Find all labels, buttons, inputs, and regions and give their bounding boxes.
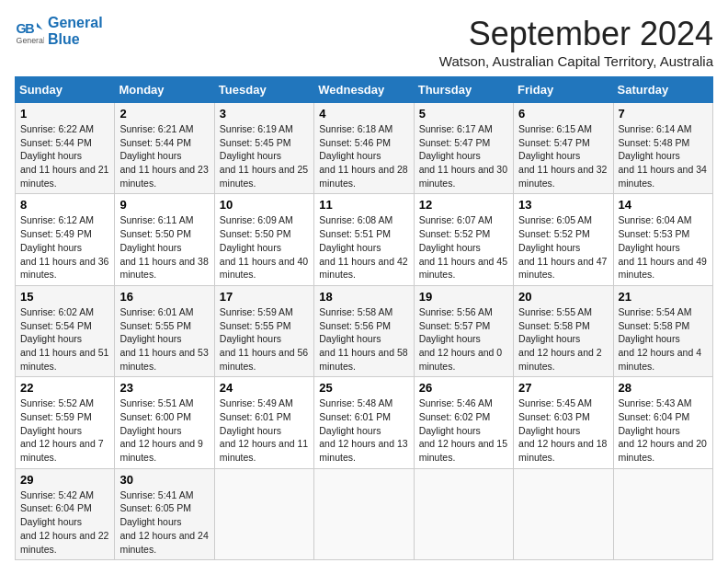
day-info: Sunrise: 6:05 AM Sunset: 5:52 PM Dayligh… — [518, 213, 608, 281]
weekday-header-tuesday: Tuesday — [214, 77, 313, 103]
calendar-cell: 8 Sunrise: 6:12 AM Sunset: 5:49 PM Dayli… — [16, 194, 115, 285]
day-number: 19 — [419, 290, 508, 304]
calendar-cell — [414, 468, 513, 559]
day-number: 7 — [619, 107, 708, 121]
calendar-week-3: 15 Sunrise: 6:02 AM Sunset: 5:54 PM Dayl… — [16, 285, 713, 376]
day-info: Sunrise: 6:08 AM Sunset: 5:51 PM Dayligh… — [319, 213, 408, 281]
logo: G B General General Blue — [15, 15, 103, 47]
day-number: 14 — [619, 198, 708, 212]
calendar-cell: 17 Sunrise: 5:59 AM Sunset: 5:55 PM Dayl… — [214, 285, 313, 376]
calendar-cell — [514, 468, 613, 559]
day-number: 4 — [319, 107, 408, 121]
calendar-cell: 21 Sunrise: 5:54 AM Sunset: 5:58 PM Dayl… — [613, 285, 712, 376]
day-info: Sunrise: 6:21 AM Sunset: 5:44 PM Dayligh… — [119, 122, 209, 190]
day-info: Sunrise: 5:51 AM Sunset: 6:00 PM Dayligh… — [119, 396, 209, 464]
day-info: Sunrise: 6:09 AM Sunset: 5:50 PM Dayligh… — [220, 213, 309, 281]
calendar-cell: 7 Sunrise: 6:14 AM Sunset: 5:48 PM Dayli… — [613, 103, 712, 194]
day-info: Sunrise: 6:04 AM Sunset: 5:53 PM Dayligh… — [619, 213, 708, 281]
day-info: Sunrise: 5:55 AM Sunset: 5:58 PM Dayligh… — [518, 305, 608, 373]
calendar-cell: 1 Sunrise: 6:22 AM Sunset: 5:44 PM Dayli… — [16, 103, 115, 194]
weekday-header-saturday: Saturday — [613, 77, 712, 103]
weekday-header-thursday: Thursday — [414, 77, 513, 103]
calendar-cell: 10 Sunrise: 6:09 AM Sunset: 5:50 PM Dayl… — [214, 194, 313, 285]
calendar-cell: 11 Sunrise: 6:08 AM Sunset: 5:51 PM Dayl… — [314, 194, 414, 285]
calendar-cell: 12 Sunrise: 6:07 AM Sunset: 5:52 PM Dayl… — [414, 194, 513, 285]
calendar-week-2: 8 Sunrise: 6:12 AM Sunset: 5:49 PM Dayli… — [16, 194, 713, 285]
day-info: Sunrise: 6:14 AM Sunset: 5:48 PM Dayligh… — [619, 122, 708, 190]
day-info: Sunrise: 5:56 AM Sunset: 5:57 PM Dayligh… — [419, 305, 508, 373]
calendar-week-4: 22 Sunrise: 5:52 AM Sunset: 5:59 PM Dayl… — [16, 377, 713, 468]
day-info: Sunrise: 5:46 AM Sunset: 6:02 PM Dayligh… — [419, 396, 508, 464]
day-number: 11 — [319, 198, 408, 212]
day-info: Sunrise: 6:12 AM Sunset: 5:49 PM Dayligh… — [20, 213, 109, 281]
svg-text:B: B — [25, 20, 34, 35]
calendar-cell: 14 Sunrise: 6:04 AM Sunset: 5:53 PM Dayl… — [613, 194, 712, 285]
calendar-cell: 2 Sunrise: 6:21 AM Sunset: 5:44 PM Dayli… — [115, 103, 214, 194]
day-info: Sunrise: 5:49 AM Sunset: 6:01 PM Dayligh… — [220, 396, 309, 464]
logo-line2: Blue — [48, 31, 103, 48]
weekday-header-sunday: Sunday — [16, 77, 115, 103]
calendar-cell: 9 Sunrise: 6:11 AM Sunset: 5:50 PM Dayli… — [115, 194, 214, 285]
day-number: 16 — [119, 290, 209, 304]
calendar-cell: 19 Sunrise: 5:56 AM Sunset: 5:57 PM Dayl… — [414, 285, 513, 376]
calendar-cell: 28 Sunrise: 5:43 AM Sunset: 6:04 PM Dayl… — [613, 377, 712, 468]
day-number: 13 — [518, 198, 608, 212]
day-number: 25 — [319, 381, 408, 395]
day-number: 20 — [518, 290, 608, 304]
page-header: G B General General Blue September 2024 … — [15, 15, 713, 69]
calendar-cell: 24 Sunrise: 5:49 AM Sunset: 6:01 PM Dayl… — [214, 377, 313, 468]
calendar-cell: 29 Sunrise: 5:42 AM Sunset: 6:04 PM Dayl… — [16, 468, 115, 559]
day-info: Sunrise: 5:43 AM Sunset: 6:04 PM Dayligh… — [619, 396, 708, 464]
day-info: Sunrise: 5:42 AM Sunset: 6:04 PM Dayligh… — [20, 488, 109, 556]
day-number: 24 — [220, 381, 309, 395]
calendar-cell: 26 Sunrise: 5:46 AM Sunset: 6:02 PM Dayl… — [414, 377, 513, 468]
day-info: Sunrise: 5:45 AM Sunset: 6:03 PM Dayligh… — [518, 396, 608, 464]
calendar-cell: 23 Sunrise: 5:51 AM Sunset: 6:00 PM Dayl… — [115, 377, 214, 468]
day-info: Sunrise: 6:19 AM Sunset: 5:45 PM Dayligh… — [220, 122, 309, 190]
day-info: Sunrise: 5:54 AM Sunset: 5:58 PM Dayligh… — [619, 305, 708, 373]
day-number: 26 — [419, 381, 508, 395]
svg-marker-2 — [37, 22, 42, 29]
day-info: Sunrise: 6:02 AM Sunset: 5:54 PM Dayligh… — [20, 305, 109, 373]
calendar-table: SundayMondayTuesdayWednesdayThursdayFrid… — [15, 76, 713, 560]
weekday-header-friday: Friday — [514, 77, 613, 103]
day-info: Sunrise: 6:15 AM Sunset: 5:47 PM Dayligh… — [518, 122, 608, 190]
day-info: Sunrise: 6:11 AM Sunset: 5:50 PM Dayligh… — [119, 213, 209, 281]
calendar-cell: 15 Sunrise: 6:02 AM Sunset: 5:54 PM Dayl… — [16, 285, 115, 376]
day-number: 1 — [20, 107, 109, 121]
calendar-week-1: 1 Sunrise: 6:22 AM Sunset: 5:44 PM Dayli… — [16, 103, 713, 194]
day-number: 28 — [619, 381, 708, 395]
day-info: Sunrise: 5:59 AM Sunset: 5:55 PM Dayligh… — [220, 305, 309, 373]
day-number: 5 — [419, 107, 508, 121]
calendar-cell — [314, 468, 414, 559]
calendar-cell: 22 Sunrise: 5:52 AM Sunset: 5:59 PM Dayl… — [16, 377, 115, 468]
weekday-header-row: SundayMondayTuesdayWednesdayThursdayFrid… — [16, 77, 713, 103]
day-number: 18 — [319, 290, 408, 304]
calendar-cell: 13 Sunrise: 6:05 AM Sunset: 5:52 PM Dayl… — [514, 194, 613, 285]
calendar-cell: 20 Sunrise: 5:55 AM Sunset: 5:58 PM Dayl… — [514, 285, 613, 376]
day-number: 3 — [220, 107, 309, 121]
logo-line1: General — [48, 15, 103, 31]
calendar-cell: 4 Sunrise: 6:18 AM Sunset: 5:46 PM Dayli… — [314, 103, 414, 194]
day-number: 21 — [619, 290, 708, 304]
day-info: Sunrise: 6:22 AM Sunset: 5:44 PM Dayligh… — [20, 122, 109, 190]
calendar-week-5: 29 Sunrise: 5:42 AM Sunset: 6:04 PM Dayl… — [16, 468, 713, 559]
day-number: 12 — [419, 198, 508, 212]
day-number: 23 — [119, 381, 209, 395]
day-number: 10 — [220, 198, 309, 212]
month-title: September 2024 — [439, 15, 713, 53]
day-info: Sunrise: 5:58 AM Sunset: 5:56 PM Dayligh… — [319, 305, 408, 373]
day-number: 17 — [220, 290, 309, 304]
logo-icon: G B General — [15, 17, 44, 46]
day-info: Sunrise: 5:48 AM Sunset: 6:01 PM Dayligh… — [319, 396, 408, 464]
calendar-cell: 27 Sunrise: 5:45 AM Sunset: 6:03 PM Dayl… — [514, 377, 613, 468]
day-number: 6 — [518, 107, 608, 121]
day-info: Sunrise: 6:18 AM Sunset: 5:46 PM Dayligh… — [319, 122, 408, 190]
day-number: 2 — [119, 107, 209, 121]
weekday-header-wednesday: Wednesday — [314, 77, 414, 103]
day-number: 22 — [20, 381, 109, 395]
day-info: Sunrise: 5:52 AM Sunset: 5:59 PM Dayligh… — [20, 396, 109, 464]
day-number: 15 — [20, 290, 109, 304]
day-info: Sunrise: 6:07 AM Sunset: 5:52 PM Dayligh… — [419, 213, 508, 281]
location-title: Watson, Australian Capital Territory, Au… — [439, 53, 713, 69]
